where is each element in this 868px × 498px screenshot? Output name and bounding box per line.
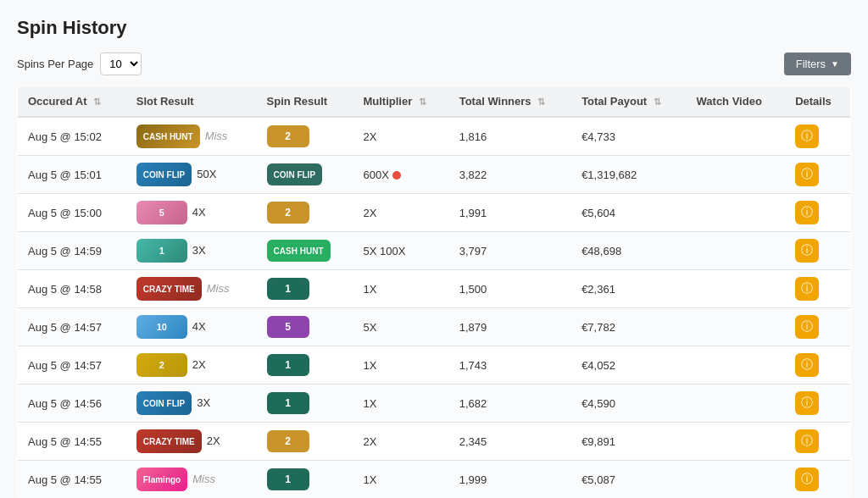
col-multiplier: Multiplier ⇅ xyxy=(353,86,448,118)
cell-details: ⓘ xyxy=(785,423,850,461)
cell-details: ⓘ xyxy=(785,232,850,270)
cell-total-winners: 1,743 xyxy=(449,346,571,385)
cell-total-payout: €9,891 xyxy=(571,423,686,461)
cell-occurred-at: Aug 5 @ 14:59 xyxy=(18,232,126,270)
cell-multiplier: 2X xyxy=(353,117,448,156)
cell-details: ⓘ xyxy=(785,117,850,156)
cell-multiplier: 1X xyxy=(353,346,448,385)
cell-spin-result: CASH HUNT xyxy=(257,232,353,270)
cell-spin-result: 1 xyxy=(257,461,353,499)
detail-button[interactable]: ⓘ xyxy=(795,201,819,224)
table-row: Aug 5 @ 14:55FlamingoMiss11X1,999€5,087ⓘ xyxy=(18,461,851,499)
col-occurred-at: Occured At ⇅ xyxy=(18,86,126,118)
cell-spin-result: 2 xyxy=(257,117,353,156)
table-body: Aug 5 @ 15:02CASH HUNTMiss22X1,816€4,733… xyxy=(18,117,851,498)
cell-slot-result: 22X xyxy=(126,346,257,385)
spin-history-table: Occured At ⇅ Slot Result Spin Result Mul… xyxy=(17,86,851,498)
spins-per-page-label: Spins Per Page xyxy=(17,58,93,70)
cell-multiplier: 1X xyxy=(353,270,448,308)
cell-total-winners: 2,345 xyxy=(449,423,571,461)
cell-spin-result: COIN FLIP xyxy=(257,156,353,194)
sort-icon-multiplier: ⇅ xyxy=(419,97,426,108)
detail-button[interactable]: ⓘ xyxy=(795,239,819,263)
header-row: Occured At ⇅ Slot Result Spin Result Mul… xyxy=(18,86,851,118)
cell-spin-result: 1 xyxy=(257,385,353,423)
detail-button[interactable]: ⓘ xyxy=(795,163,819,186)
detail-button[interactable]: ⓘ xyxy=(795,468,819,491)
cell-multiplier: 2X xyxy=(353,194,448,232)
cell-watch-video xyxy=(687,385,786,423)
cell-occurred-at: Aug 5 @ 14:56 xyxy=(18,385,126,423)
table-row: Aug 5 @ 15:0054X22X1,991€5,604ⓘ xyxy=(18,194,851,232)
detail-button[interactable]: ⓘ xyxy=(795,125,819,148)
cell-multiplier: 1X xyxy=(353,385,448,423)
detail-button[interactable]: ⓘ xyxy=(795,315,819,339)
spins-per-page-control: Spins Per Page 10 25 50 xyxy=(17,53,142,75)
cell-slot-result: COIN FLIP3X xyxy=(126,385,257,423)
cell-slot-result: CRAZY TIMEMiss xyxy=(126,270,257,308)
detail-button[interactable]: ⓘ xyxy=(795,391,819,415)
cell-occurred-at: Aug 5 @ 14:57 xyxy=(18,308,126,346)
page-title: Spin History xyxy=(17,17,851,39)
toolbar: Spins Per Page 10 25 50 Filters xyxy=(17,53,851,75)
cell-total-winners: 1,500 xyxy=(449,270,571,308)
sort-icon-occurred: ⇅ xyxy=(93,97,101,108)
cell-occurred-at: Aug 5 @ 14:58 xyxy=(18,270,126,308)
sort-icon-winners: ⇅ xyxy=(537,97,545,108)
col-details: Details xyxy=(785,86,850,118)
cell-watch-video xyxy=(687,346,786,385)
cell-watch-video xyxy=(687,270,786,308)
table-row: Aug 5 @ 14:5913XCASH HUNT5X 100X3,797€48… xyxy=(18,232,851,270)
cell-occurred-at: Aug 5 @ 14:55 xyxy=(18,461,126,499)
cell-watch-video xyxy=(687,232,786,270)
cell-total-winners: 1,879 xyxy=(449,308,571,346)
cell-watch-video xyxy=(687,461,786,499)
cell-total-payout: €4,052 xyxy=(571,346,686,385)
cell-details: ⓘ xyxy=(785,346,850,385)
cell-multiplier: 5X 100X xyxy=(353,232,448,270)
cell-total-payout: €7,782 xyxy=(571,308,686,346)
cell-slot-result: COIN FLIP50X xyxy=(126,156,257,194)
cell-watch-video xyxy=(687,308,786,346)
cell-spin-result: 1 xyxy=(257,270,353,308)
filters-button[interactable]: Filters xyxy=(784,53,851,75)
cell-occurred-at: Aug 5 @ 15:02 xyxy=(18,117,126,156)
cell-watch-video xyxy=(687,117,786,156)
cell-total-payout: €1,319,682 xyxy=(571,156,686,194)
table-row: Aug 5 @ 14:55CRAZY TIME2X22X2,345€9,891ⓘ xyxy=(18,423,851,461)
cell-slot-result: 54X xyxy=(126,194,257,232)
cell-details: ⓘ xyxy=(785,156,850,194)
cell-watch-video xyxy=(687,156,786,194)
cell-slot-result: 104X xyxy=(126,308,257,346)
cell-slot-result: CASH HUNTMiss xyxy=(126,117,257,156)
col-total-payout: Total Payout ⇅ xyxy=(571,86,686,118)
cell-multiplier: 600X xyxy=(353,156,448,194)
table-row: Aug 5 @ 15:01COIN FLIP50XCOIN FLIP600X3,… xyxy=(18,156,851,194)
detail-button[interactable]: ⓘ xyxy=(795,353,819,377)
cell-details: ⓘ xyxy=(785,270,850,308)
cell-total-winners: 1,991 xyxy=(449,194,571,232)
detail-button[interactable]: ⓘ xyxy=(795,429,819,453)
table-row: Aug 5 @ 15:02CASH HUNTMiss22X1,816€4,733… xyxy=(18,117,851,156)
cell-total-winners: 1,682 xyxy=(449,385,571,423)
spins-per-page-select[interactable]: 10 25 50 xyxy=(100,53,142,75)
col-spin-result: Spin Result xyxy=(257,86,353,118)
cell-occurred-at: Aug 5 @ 14:55 xyxy=(18,423,126,461)
cell-total-winners: 1,999 xyxy=(449,461,571,499)
detail-button[interactable]: ⓘ xyxy=(795,277,819,301)
cell-total-winners: 3,822 xyxy=(449,156,571,194)
cell-occurred-at: Aug 5 @ 15:01 xyxy=(18,156,126,194)
table-row: Aug 5 @ 14:57104X55X1,879€7,782ⓘ xyxy=(18,308,851,346)
cell-details: ⓘ xyxy=(785,308,850,346)
col-slot-result: Slot Result xyxy=(126,86,257,118)
cell-total-winners: 1,816 xyxy=(449,117,571,156)
cell-details: ⓘ xyxy=(785,194,850,232)
col-watch-video: Watch Video xyxy=(687,86,786,118)
cell-total-payout: €4,733 xyxy=(571,117,686,156)
cell-total-payout: €4,590 xyxy=(571,385,686,423)
table-row: Aug 5 @ 14:58CRAZY TIMEMiss11X1,500€2,36… xyxy=(18,270,851,308)
cell-occurred-at: Aug 5 @ 14:57 xyxy=(18,346,126,385)
cell-watch-video xyxy=(687,423,786,461)
multiplier-dot-icon xyxy=(392,171,401,180)
cell-spin-result: 2 xyxy=(257,423,353,461)
